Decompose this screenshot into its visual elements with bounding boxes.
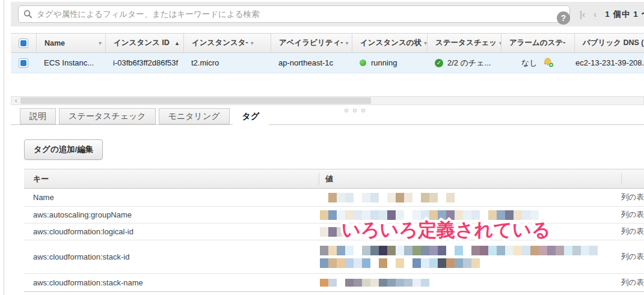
running-status-dot	[360, 59, 366, 66]
cell-status-checks: ✓ 2/2 のチェ...	[427, 53, 501, 73]
row-select-cell	[11, 53, 36, 73]
cell-instance-type: t2.micro	[183, 53, 271, 73]
key-column-header: キー	[24, 174, 319, 184]
tag-row: aws:cloudformation:logical-id 列の表示	[24, 224, 644, 240]
tag-row: aws:autoscaling:groupName 列の表示	[24, 207, 644, 224]
tag-value-redacted	[319, 274, 621, 291]
show-column-link[interactable]: 列の表示	[621, 189, 644, 206]
tag-row: aws:cloudformation:stack-name 列の表示	[24, 274, 644, 292]
first-page-icon[interactable]: |‹	[580, 9, 585, 19]
tag-key: aws:autoscaling:groupName	[24, 207, 319, 223]
row-checkbox[interactable]	[19, 58, 28, 68]
cell-availability-zone: ap-northeast-1c	[271, 53, 352, 73]
scrollbar-thumb[interactable]	[20, 97, 371, 104]
caret-down-icon[interactable]: ▾	[99, 40, 102, 46]
scroll-left-icon[interactable]: ‹	[11, 97, 20, 105]
sort-asc-icon: ▲	[174, 40, 180, 46]
column-header-status-checks[interactable]: ステータスチェッ ▾	[427, 34, 501, 52]
cell-instance-state: running	[352, 53, 427, 73]
cell-alarm-status: なし	[501, 53, 574, 73]
status-check-ok-icon: ✓	[435, 59, 443, 67]
show-column-link[interactable]: 列の表示	[621, 240, 644, 273]
tag-value-redacted	[319, 207, 621, 223]
tag-row: aws:cloudformation:stack-id 列の表示	[24, 240, 644, 274]
detail-tabs: 説明 ステータスチェック モニタリング タグ	[11, 108, 644, 125]
column-header-availability-zone[interactable]: アベイラビリティ- ▾	[271, 34, 352, 52]
caret-down-icon[interactable]: ▾	[251, 40, 254, 46]
tag-value-redacted	[319, 240, 621, 273]
cell-name: ECS Instanc...	[36, 53, 105, 73]
tag-row: Name 列の表示	[24, 189, 644, 207]
column-actions-header	[621, 173, 644, 185]
tab-status-checks[interactable]: ステータスチェック	[59, 108, 156, 124]
cell-public-dns: ec2-13-231-39-208.	[574, 53, 644, 73]
help-icon[interactable]: ?	[557, 11, 570, 25]
show-column-link[interactable]: 列の表示	[621, 207, 644, 223]
tag-value-redacted	[319, 224, 621, 240]
add-alarm-bell-icon[interactable]	[542, 58, 554, 68]
pagination-label: 1 個中 1 〜 1	[605, 9, 644, 20]
cell-instance-id: i-03fb6f3ff2d86f53f	[105, 53, 183, 73]
tag-value-redacted	[319, 189, 621, 206]
pagination: |‹ ‹ 1 個中 1 〜 1	[580, 2, 644, 26]
show-column-link[interactable]: 列の表示	[621, 274, 644, 291]
search-input[interactable]	[37, 10, 565, 19]
tag-key: aws:cloudformation:stack-name	[24, 274, 319, 291]
tag-key: aws:cloudformation:logical-id	[24, 224, 319, 240]
horizontal-scrollbar[interactable]: ‹	[11, 96, 644, 105]
select-all-checkbox[interactable]	[19, 38, 28, 48]
caret-down-icon[interactable]: ▾	[346, 40, 349, 46]
search-box[interactable]: ?	[18, 5, 570, 23]
tab-description[interactable]: 説明	[20, 108, 56, 124]
show-column-link[interactable]: 列の表示	[621, 224, 644, 240]
column-header-public-dns[interactable]: パブリック DNS (I	[574, 34, 644, 52]
tab-tags[interactable]: タグ	[233, 108, 269, 125]
console-left-border	[4, 0, 4, 295]
instance-row[interactable]: ECS Instanc... i-03fb6f3ff2d86f53f t2.mi…	[11, 53, 644, 73]
add-edit-tags-button[interactable]: タグの追加/編集	[24, 139, 103, 160]
column-header-name[interactable]: Name ▾	[36, 34, 105, 52]
tag-key: aws:cloudformation:stack-id	[24, 240, 319, 273]
value-column-header: 値	[319, 173, 621, 185]
instance-table-header: Name ▾ インスタンス ID ▲ インスタンスタ- ▾ アベイラビリティ- …	[11, 33, 644, 53]
tags-table: キー 値 Name 列の表示 aws:autoscaling:groupName…	[24, 169, 644, 292]
filter-bar: ? |‹ ‹ 1 個中 1 〜 1	[11, 2, 644, 26]
select-all-cell	[11, 34, 36, 52]
prev-page-icon[interactable]: ‹	[593, 9, 596, 19]
search-icon	[23, 10, 32, 19]
tag-key: Name	[24, 189, 319, 206]
column-header-alarm-status[interactable]: アラームのステ-	[501, 34, 574, 52]
column-header-instance-id[interactable]: インスタンス ID ▲	[105, 34, 183, 52]
tab-monitoring[interactable]: モニタリング	[159, 108, 230, 124]
column-header-instance-state[interactable]: インスタンスの状 ▾	[352, 34, 427, 52]
column-header-instance-type[interactable]: インスタンスタ- ▾	[183, 34, 271, 52]
tags-table-header: キー 値	[24, 169, 644, 189]
